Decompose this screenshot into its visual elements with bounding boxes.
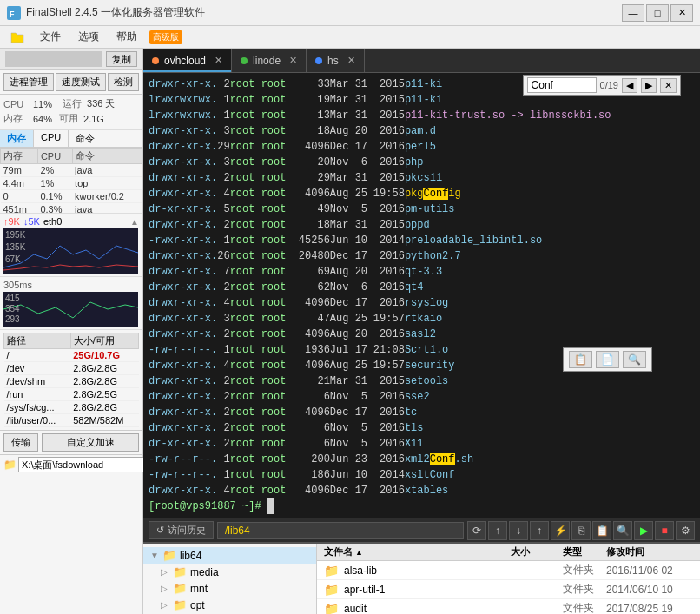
menu-options[interactable]: 选项 [69, 28, 108, 47]
tab-close-ovhcloud[interactable]: ✕ [215, 55, 222, 66]
filetree-item-mnt[interactable]: ▷ 📁 mnt [143, 580, 316, 597]
list-item[interactable]: 📁 apr-util-1 文件夹 2014/06/10 10 [317, 580, 700, 599]
window-controls: — □ ✕ [622, 4, 693, 22]
search-close-button[interactable]: ✕ [660, 78, 677, 93]
transfer-button[interactable]: 传输 [3, 433, 38, 452]
file-links: 1 [217, 108, 229, 123]
path-cell: /sys/fs/cg... [4, 401, 71, 414]
search-prev-button[interactable]: ◀ [622, 78, 637, 93]
custom-accel-button[interactable]: 自定义加速 [42, 433, 139, 452]
paste-toolbar-button[interactable]: 📋 [592, 521, 611, 540]
list-item[interactable]: 📁 alsa-lib 文件夹 2016/11/06 02 [317, 561, 700, 580]
file-size: 6 [286, 436, 329, 452]
network-graph: 195K 135K 67K [3, 228, 138, 274]
file-name-cell: 📁 audit [324, 602, 511, 615]
menu-help[interactable]: 帮助 [108, 28, 146, 47]
proc-cpu: 0.3% [37, 203, 72, 214]
detect-button[interactable]: 检测 [108, 73, 139, 91]
search-next-button[interactable]: ▶ [641, 78, 657, 93]
terminal-line: lrwxrwxrwx. 1 root root 13 Mar 31 2015 p… [149, 108, 695, 123]
filename: qt-3.3 [405, 264, 442, 280]
proc-cmd: top [72, 177, 142, 190]
menu-file[interactable]: 文件 [31, 28, 69, 47]
file-perm: drwxr-xr-x. [149, 170, 217, 186]
proc-cmd: kworker/0:2 [72, 190, 142, 203]
uptime-value: 336 天 [87, 97, 115, 110]
path-header-path[interactable]: 路径 [4, 333, 71, 349]
file-size: 1936 [286, 342, 329, 358]
settings-toolbar-button[interactable]: ⚙ [676, 521, 695, 540]
find-toolbar-button[interactable]: 🔍 [613, 521, 632, 540]
filetree-item-opt[interactable]: ▷ 📁 opt [143, 597, 316, 613]
download-button[interactable]: ↓ [509, 521, 528, 540]
proc-header-mem[interactable]: 内存 [1, 149, 38, 164]
filename: tls [405, 420, 424, 436]
popup-copy-button[interactable]: 📋 [569, 351, 592, 368]
proc-header-cmd[interactable]: 命令 [72, 149, 142, 164]
file-owner: root root [230, 483, 287, 498]
file-date: Aug 20 [330, 327, 373, 342]
refresh-button[interactable]: ⟳ [467, 521, 486, 540]
col-header-date[interactable]: 修改时间 [606, 545, 693, 558]
popup-search-button[interactable]: 🔍 [623, 351, 646, 368]
stop-button[interactable]: ■ [655, 521, 674, 540]
filename: preloadable_libintl.so [405, 233, 542, 248]
filetree-item-media[interactable]: ▷ 📁 media [143, 564, 316, 580]
list-item[interactable]: 📁 audit 文件夹 2017/08/25 19 [317, 599, 700, 614]
col-header-name[interactable]: 文件名 ▲ [324, 545, 511, 558]
proc-header-cpu[interactable]: CPU [37, 149, 72, 164]
search-input[interactable] [527, 77, 597, 93]
process-mgr-button[interactable]: 进程管理 [3, 73, 54, 91]
tab-cpu[interactable]: CPU [34, 130, 69, 147]
copy-toolbar-button[interactable]: ⎘ [571, 521, 591, 540]
app-icon: F [7, 6, 21, 20]
terminal-line: drwxr-xr-x. 2 root root 62 Nov 6 2016 qt… [149, 280, 695, 295]
folder-icon-small: 📁 [3, 459, 17, 471]
file-year: 2016 [373, 483, 405, 498]
tab-memory[interactable]: 内存 [0, 130, 34, 147]
speed-test-button[interactable]: 速度测试 [56, 73, 106, 91]
filename: python2.7 [405, 248, 461, 264]
tab-hs[interactable]: hs ✕ [307, 49, 365, 72]
close-button[interactable]: ✕ [670, 4, 693, 22]
terminal-line: drwxr-xr-x. 2 root root 21 Mar 31 2015 s… [149, 373, 695, 389]
filename: rtkaio [405, 311, 442, 327]
folder-icon[interactable] [5, 28, 30, 47]
filetree-item-lib64[interactable]: ▼ 📁 lib64 [143, 547, 316, 564]
file-owner: root root [230, 358, 287, 373]
file-size: 6 [286, 420, 329, 436]
terminal-content[interactable]: drwxr-xr-x. 2 root root 33 Mar 31 2015 p… [143, 73, 700, 518]
up-dir-button[interactable]: ↑ [488, 521, 507, 540]
file-owner: root root [230, 373, 287, 389]
tab-label-hs: hs [327, 55, 339, 67]
path-cell: /dev/shm [4, 375, 71, 388]
filetree-label-media: media [190, 566, 219, 578]
path-header-size[interactable]: 大小/可用 [70, 333, 138, 349]
file-links: 4 [217, 483, 229, 498]
file-links: 2 [217, 436, 229, 452]
tab-ovhcloud[interactable]: ovhcloud ✕ [143, 49, 232, 72]
file-owner: root root [230, 123, 287, 139]
play-button[interactable]: ▶ [634, 521, 653, 540]
upload-button[interactable]: ↑ [530, 521, 549, 540]
tab-command[interactable]: 命令 [69, 130, 102, 147]
file-date-cell: 2017/08/25 19 [606, 603, 693, 615]
file-year: 2016 [373, 123, 405, 139]
tab-close-hs[interactable]: ✕ [347, 55, 355, 66]
tab-linode[interactable]: linode ✕ [232, 49, 307, 72]
file-year: 19:57 [373, 311, 405, 327]
terminal-line: drwxr-xr-x. 3 root root 47 Aug 25 19:57 … [149, 311, 695, 327]
table-row: /25G/10.7G [4, 349, 139, 362]
minimize-button[interactable]: — [622, 4, 644, 22]
popup-copy2-button[interactable]: 📄 [596, 351, 619, 368]
download-path-input[interactable] [18, 457, 145, 472]
col-header-size[interactable]: 大小 [511, 545, 563, 558]
col-header-type[interactable]: 类型 [563, 545, 606, 558]
history-button[interactable]: ↺ 访问历史 [149, 521, 214, 539]
restore-button[interactable]: □ [646, 4, 669, 22]
copy-button[interactable]: 复制 [106, 51, 137, 67]
file-date: Nov 5 [330, 201, 373, 217]
file-year: 2015 [373, 217, 405, 233]
tab-close-linode[interactable]: ✕ [289, 55, 297, 66]
connect-button[interactable]: ⚡ [551, 521, 570, 540]
